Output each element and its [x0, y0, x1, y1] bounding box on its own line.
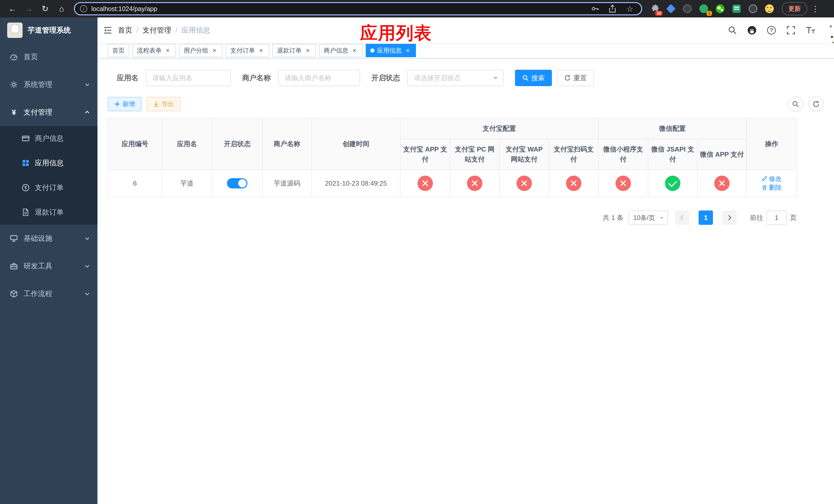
- group-header-alipay: 支付宝配置: [400, 118, 598, 139]
- tab-merchant-info[interactable]: 商户信息×: [319, 44, 363, 57]
- breadcrumb-home[interactable]: 首页: [118, 25, 132, 35]
- search-button[interactable]: 搜索: [515, 70, 552, 86]
- tab-user-group[interactable]: 用户分组×: [179, 44, 223, 57]
- password-key-icon[interactable]: [589, 3, 601, 15]
- edit-link[interactable]: 修改: [762, 175, 782, 183]
- browser-menu-icon[interactable]: ⋮: [811, 4, 819, 13]
- url-text[interactable]: localhost:1024/pay/app: [91, 5, 589, 13]
- goto-label: 前往: [750, 213, 763, 222]
- sidebar-item-payment[interactable]: ¥ 支付管理: [0, 98, 97, 126]
- grid-icon: [22, 159, 30, 167]
- extension-notes-icon[interactable]: [731, 4, 742, 14]
- sidebar-fold-icon[interactable]: [97, 18, 118, 43]
- extensions-puzzle-icon[interactable]: 10: [649, 4, 660, 14]
- avatar-caret-icon: ▾: [830, 24, 832, 29]
- extension-gem-icon[interactable]: [666, 4, 676, 14]
- app-logo[interactable]: 芋道管理系统: [0, 18, 97, 43]
- breadcrumb: 首页 / 支付管理 / 应用信息: [118, 25, 210, 35]
- cell-alipay-qr: [549, 170, 598, 197]
- app-name-input[interactable]: [146, 70, 231, 86]
- status-select[interactable]: 请选择开启状态: [407, 70, 504, 86]
- table-row: 6 芋道 芋道源码 2021-10-23 08:49:25: [108, 170, 797, 197]
- share-icon[interactable]: [606, 3, 619, 15]
- extension-badge: 1: [706, 11, 712, 16]
- config-status-icon: [467, 176, 482, 191]
- toggle-search-button[interactable]: [788, 96, 803, 112]
- extension-green-badge-icon[interactable]: 1: [699, 4, 709, 14]
- font-size-icon[interactable]: [804, 24, 816, 37]
- add-button[interactable]: 新增: [108, 97, 141, 111]
- sidebar-item-infrastructure[interactable]: 基础设施: [0, 225, 97, 252]
- app-title: 芋道管理系统: [28, 25, 71, 35]
- tab-close-icon[interactable]: ×: [404, 47, 411, 54]
- next-page-button[interactable]: [722, 210, 737, 225]
- tab-process-form[interactable]: 流程表单×: [132, 44, 176, 57]
- group-header-wechat: 微信配置: [598, 118, 747, 139]
- config-status-icon: [665, 176, 680, 191]
- github-icon[interactable]: [746, 24, 758, 37]
- cell-wechat-mini: [598, 170, 648, 197]
- browser-home-button[interactable]: ⌂: [54, 2, 69, 16]
- config-status-icon: [566, 176, 581, 191]
- sidebar-item-refund-orders[interactable]: 退款订单: [0, 200, 97, 225]
- tab-close-icon[interactable]: ×: [164, 47, 171, 54]
- sidebar-item-home[interactable]: 首页: [0, 43, 97, 71]
- cell-actions: 修改 删除: [747, 170, 797, 197]
- address-bar[interactable]: i localhost:1024/pay/app ☆: [74, 2, 642, 15]
- page-size-select[interactable]: 10条/页: [629, 210, 668, 225]
- page-number-1[interactable]: 1: [699, 210, 713, 225]
- tab-home[interactable]: 首页: [108, 44, 129, 57]
- sidebar-item-workflow[interactable]: 工作流程: [0, 280, 97, 307]
- delete-link[interactable]: 删除: [762, 183, 782, 192]
- browser-forward-button[interactable]: →: [22, 2, 36, 16]
- config-status-icon: [714, 176, 730, 191]
- col-header-status: 开启状态: [212, 118, 262, 170]
- col-header-app-id: 应用编号: [108, 118, 162, 170]
- status-toggle[interactable]: [227, 178, 247, 188]
- merchant-name-input[interactable]: [278, 70, 360, 86]
- cell-merchant: 芋道源码: [262, 170, 312, 197]
- extension-pin-icon[interactable]: [748, 4, 758, 14]
- yen-icon: ¥: [9, 108, 19, 117]
- browser-update-button[interactable]: 更新: [782, 2, 807, 15]
- tab-close-icon[interactable]: ×: [258, 47, 265, 54]
- reset-button[interactable]: 重置: [557, 70, 594, 86]
- sidebar-item-dev-tools[interactable]: 研发工具: [0, 252, 97, 280]
- tab-refund-orders[interactable]: 退款订单×: [272, 44, 316, 57]
- goto-page-input[interactable]: [766, 210, 787, 225]
- export-button[interactable]: 导出: [147, 97, 180, 111]
- site-info-icon[interactable]: i: [80, 5, 87, 12]
- extension-wechat-icon[interactable]: [715, 4, 725, 14]
- prev-page-button[interactable]: [675, 210, 689, 225]
- pagination-total: 共 1 条: [603, 213, 623, 222]
- page-content: 应用名 商户名称 开启状态 请选择开启状态 搜索: [97, 59, 834, 504]
- document-icon: [22, 208, 30, 216]
- refresh-table-button[interactable]: [808, 96, 824, 112]
- app-name-label: 应用名: [117, 73, 138, 83]
- extension-emoji-icon[interactable]: [764, 4, 774, 14]
- browser-back-button[interactable]: ←: [5, 2, 20, 16]
- chevron-down-icon: [660, 217, 664, 221]
- tab-close-icon[interactable]: ×: [304, 47, 311, 54]
- tab-payment-orders[interactable]: 支付订单×: [226, 44, 269, 57]
- bookmark-star-icon[interactable]: ☆: [624, 3, 636, 15]
- chevron-down-icon: [493, 77, 498, 82]
- tab-close-icon[interactable]: ×: [211, 47, 218, 54]
- tab-app-info[interactable]: 应用信息×: [366, 44, 416, 57]
- fullscreen-icon[interactable]: [785, 24, 797, 37]
- browser-reload-button[interactable]: ↻: [38, 2, 52, 16]
- cell-app-id: 6: [108, 170, 162, 197]
- extension-dark-icon[interactable]: [682, 4, 693, 14]
- config-status-icon: [418, 176, 433, 191]
- header-search-icon[interactable]: [726, 24, 739, 37]
- breadcrumb-payment[interactable]: 支付管理: [142, 25, 171, 35]
- help-icon[interactable]: ?: [765, 24, 777, 37]
- sidebar-item-system[interactable]: 系统管理: [0, 71, 97, 98]
- tab-close-icon[interactable]: ×: [351, 47, 358, 54]
- sidebar: 芋道管理系统 首页 系统管理 ¥ 支付管理: [0, 18, 97, 504]
- sidebar-item-payment-orders[interactable]: 支付订单: [0, 175, 97, 200]
- sidebar-item-app-info[interactable]: 应用信息: [0, 151, 97, 175]
- col-header-alipay-pc: 支付宝 PC 网站支付: [450, 139, 499, 170]
- sidebar-item-merchant-info[interactable]: 商户信息: [0, 126, 97, 151]
- active-tab-dot: [370, 48, 374, 52]
